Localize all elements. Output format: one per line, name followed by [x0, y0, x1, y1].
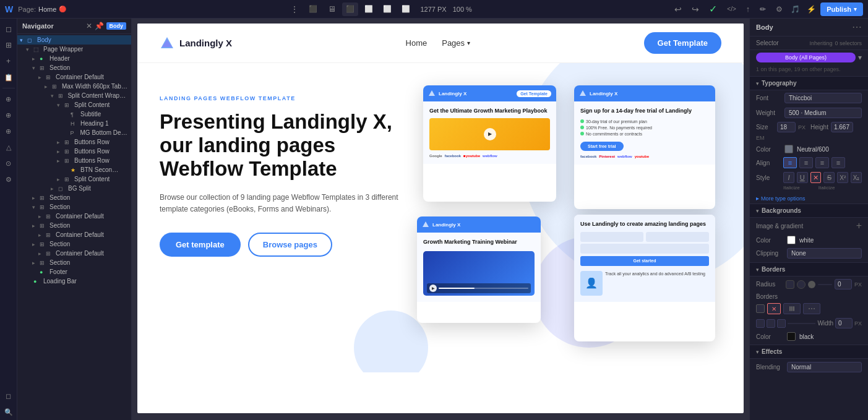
- strikethrough-s-button[interactable]: S: [823, 172, 835, 183]
- tree-toggle-body[interactable]: ▾: [20, 37, 27, 43]
- rail-icon-bottom-1[interactable]: ◻: [2, 389, 15, 403]
- device-mobile-landscape-btn[interactable]: ⬜: [379, 2, 395, 16]
- tree-item-page-wrapper[interactable]: ▾ ⬚ Page Wrapper: [17, 45, 131, 54]
- rp-border-box-all[interactable]: [756, 319, 765, 328]
- tree-item-container-1[interactable]: ▸ ⊞ Container Default: [17, 72, 131, 82]
- rp-effects-header[interactable]: ▾ Effects: [750, 345, 868, 359]
- rp-backgrounds-header[interactable]: ▾ Backgrounds: [750, 204, 868, 218]
- settings-icon[interactable]: ⚙: [772, 2, 786, 16]
- rp-radius-slider[interactable]: [808, 281, 815, 288]
- rp-weight-select[interactable]: 500 · Medium: [784, 108, 862, 118]
- italic-button[interactable]: I: [783, 172, 794, 183]
- publish-button[interactable]: Publish ▾: [820, 2, 863, 16]
- nav-link-pages[interactable]: Pages ▾: [442, 38, 470, 48]
- rp-size-input[interactable]: [777, 122, 796, 132]
- device-desktop-large-btn[interactable]: ⬛: [305, 2, 321, 16]
- rp-bg-color-swatch[interactable]: [787, 236, 796, 244]
- tree-item-container-4[interactable]: ▸ ⊞ Container Default: [17, 249, 131, 258]
- browse-pages-button[interactable]: Browse pages: [248, 233, 332, 257]
- tree-item-footer[interactable]: ▸ ● Footer: [17, 267, 131, 276]
- assets-icon[interactable]: 🎵: [788, 2, 802, 16]
- rp-radius-input[interactable]: [835, 279, 852, 289]
- tree-item-bg-split[interactable]: ▸ ◻ BG Split: [17, 184, 131, 193]
- tree-item-split-wrapper[interactable]: ▾ ⊞ Split Content Wrapp…: [17, 91, 131, 100]
- rp-border-dashes-btn[interactable]: [783, 303, 801, 314]
- tree-toggle[interactable]: ▾: [26, 46, 33, 53]
- rail-icon-5[interactable]: ⊕: [2, 92, 15, 106]
- rp-border-dots-btn[interactable]: [803, 303, 820, 314]
- tree-item-container-2[interactable]: ▸ ⊞ Container Default: [17, 212, 131, 221]
- rail-icon-4[interactable]: 📋: [2, 71, 15, 84]
- nav-cta-button[interactable]: Get Template: [644, 32, 721, 54]
- navigator-pin-icon[interactable]: 📌: [95, 22, 104, 30]
- rail-icon-10[interactable]: ⚙: [2, 173, 15, 186]
- tree-item-section-6[interactable]: ▸ ⊞ Section: [17, 258, 131, 267]
- rp-selector-badge[interactable]: Body (All Pages): [756, 53, 856, 62]
- align-right-button[interactable]: ≡: [815, 157, 829, 168]
- device-tablet-btn[interactable]: ⬜: [361, 2, 377, 16]
- rp-clipping-select[interactable]: None: [787, 248, 862, 259]
- more-type-options-link[interactable]: ▸ More type options: [750, 193, 868, 204]
- rp-typography-header[interactable]: ▾ Typography: [750, 77, 868, 90]
- rp-borders-header[interactable]: ▾ Borders: [750, 263, 868, 276]
- rp-font-select[interactable]: Thiccboi: [784, 93, 862, 103]
- rp-height-input[interactable]: [831, 122, 853, 132]
- tree-item-section-4[interactable]: ▸ ⊞ Section: [17, 221, 131, 230]
- tree-item-section-1[interactable]: ▾ ⊞ Section: [17, 63, 131, 72]
- rail-icon-3[interactable]: +: [2, 54, 15, 68]
- device-mobile-btn[interactable]: ⬜: [398, 2, 414, 16]
- get-template-button[interactable]: Get template: [160, 233, 241, 257]
- tree-item-header[interactable]: ▸ ● Header: [17, 54, 131, 63]
- tree-item-section-5[interactable]: ▸ ⊞ Section: [17, 239, 131, 249]
- rail-icon-9[interactable]: ⊙: [2, 156, 15, 170]
- design-icon[interactable]: ✏: [756, 2, 770, 16]
- rp-blending-select[interactable]: Normal: [787, 362, 862, 372]
- rail-icon-1[interactable]: ◻: [2, 22, 15, 36]
- rp-border-x-btn[interactable]: ✕: [767, 303, 781, 314]
- tree-item-section-3[interactable]: ▾ ⊞ Section: [17, 202, 131, 212]
- strikethrough-button[interactable]: ✕: [810, 172, 822, 183]
- rail-icon-2[interactable]: ⊞: [2, 38, 15, 52]
- rp-color-swatch-typography[interactable]: [784, 145, 793, 153]
- navigator-close-icon[interactable]: ✕: [86, 22, 92, 30]
- rp-border-width-input[interactable]: [835, 318, 853, 328]
- check-status-button[interactable]: ✓: [705, 2, 721, 16]
- rail-icon-6[interactable]: ⊕: [2, 108, 15, 122]
- device-tablet-landscape-btn[interactable]: ⬛: [342, 2, 358, 16]
- tree-item-buttons-row-2[interactable]: ▸ ⊞ Buttons Row: [17, 147, 131, 156]
- tree-item-buttons-row-3[interactable]: ▸ ⊞ Buttons Row: [17, 156, 131, 165]
- subscript-button[interactable]: X₂: [851, 172, 862, 183]
- apps-icon[interactable]: ⚡: [804, 2, 818, 16]
- tree-item-maxwidth[interactable]: ▸ ⊞ Max Width 660px Tabl…: [17, 82, 131, 91]
- tree-item-loading-bar[interactable]: ▸ ● Loading Bar: [17, 276, 131, 286]
- underline-button[interactable]: U: [797, 172, 808, 183]
- tree-item-subtitle[interactable]: ▸ ¶ Subtitle: [17, 109, 131, 119]
- superscript-button[interactable]: X²: [837, 172, 848, 183]
- tree-item-buttons-row-1[interactable]: ▸ ⊞ Buttons Row: [17, 137, 131, 147]
- align-left-button[interactable]: ≡: [783, 157, 797, 168]
- code-editor-button[interactable]: </>: [723, 2, 739, 16]
- rail-icon-8[interactable]: △: [2, 140, 15, 154]
- nav-link-home[interactable]: Home: [406, 38, 428, 48]
- undo-button[interactable]: ↩: [671, 2, 685, 16]
- tree-item-body[interactable]: ▾ ◻ Body: [17, 35, 131, 45]
- rp-border-box-right[interactable]: [777, 319, 786, 328]
- device-desktop-btn[interactable]: 🖥: [324, 2, 340, 16]
- rail-icon-bottom-2[interactable]: 🔍: [2, 405, 15, 419]
- rp-selector-dropdown-icon[interactable]: ▾: [858, 53, 862, 62]
- tree-item-mg-bottom[interactable]: ▸ P MG Bottom Def…: [17, 128, 131, 137]
- tree-item-split-content-2[interactable]: ▸ ⊞ Split Content: [17, 174, 131, 184]
- align-justify-button[interactable]: ≡: [831, 157, 845, 168]
- topbar-more-icon[interactable]: ⋮: [286, 4, 303, 14]
- align-center-button[interactable]: ≡: [799, 157, 813, 168]
- rail-icon-7[interactable]: ⊕: [2, 124, 15, 138]
- rp-border-color-swatch[interactable]: [787, 332, 796, 341]
- tree-item-container-3[interactable]: ▸ ⊞ Container Default: [17, 230, 131, 239]
- rp-panel-more-icon[interactable]: ⋯: [852, 22, 862, 32]
- rp-img-gradient-plus-icon[interactable]: +: [856, 221, 862, 231]
- tree-item-split-content-1[interactable]: ▾ ⊞ Split Content: [17, 100, 131, 109]
- tree-item-section-2[interactable]: ▸ ⊞ Section: [17, 193, 131, 202]
- tree-item-heading1[interactable]: ▸ H Heading 1: [17, 119, 131, 128]
- rp-border-box-top[interactable]: [767, 319, 775, 328]
- tree-item-btn-secon[interactable]: ▸ ★ BTN Secon…: [17, 165, 131, 174]
